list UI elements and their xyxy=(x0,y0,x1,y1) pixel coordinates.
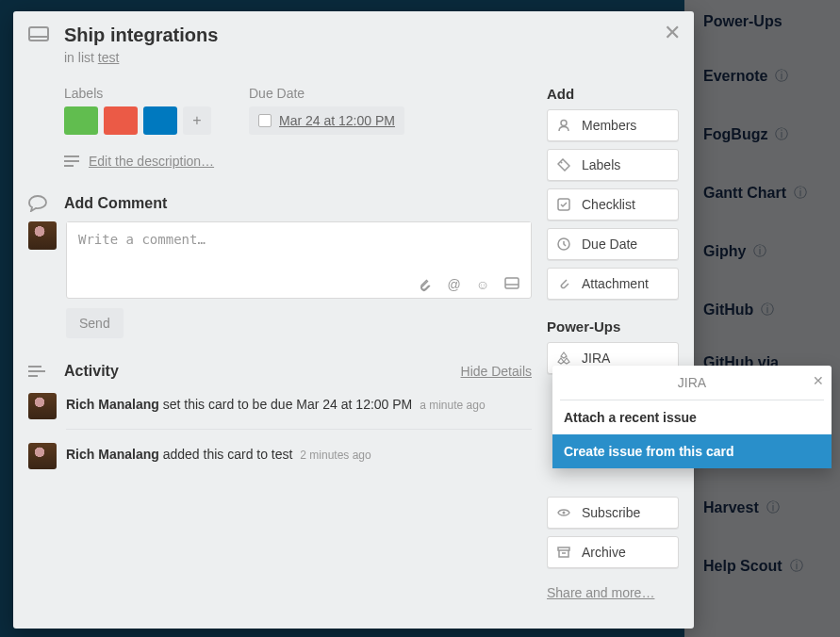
info-icon: ⓘ xyxy=(761,302,774,318)
comment-icon xyxy=(28,195,49,212)
due-date-section: Due Date Mar 24 at 12:00 PM xyxy=(249,86,404,135)
due-heading: Due Date xyxy=(249,86,404,101)
labels-heading: Labels xyxy=(64,86,211,101)
user-avatar[interactable] xyxy=(28,443,57,469)
bg-item[interactable]: GitHubⓘ xyxy=(696,281,829,339)
info-icon: ⓘ xyxy=(753,243,766,260)
svg-rect-5 xyxy=(505,278,519,288)
checklist-icon xyxy=(557,198,572,211)
info-icon: ⓘ xyxy=(766,499,780,516)
due-date-text[interactable]: Mar 24 at 12:00 PM xyxy=(279,113,395,128)
eye-icon xyxy=(557,508,572,517)
members-icon xyxy=(557,119,572,132)
add-comment-heading: Add Comment xyxy=(64,195,167,212)
activity-author[interactable]: Rich Manalang xyxy=(66,397,159,412)
powerups-heading: Power-Ups xyxy=(547,318,679,335)
activity-heading: Activity xyxy=(64,363,119,380)
clock-icon xyxy=(557,237,572,251)
jira-popup-title: JIRA xyxy=(678,375,706,390)
archive-icon xyxy=(557,547,572,558)
svg-point-14 xyxy=(563,512,566,514)
members-button[interactable]: Members xyxy=(547,109,679,141)
activity-icon xyxy=(28,365,49,378)
emoji-icon[interactable]: ☺ xyxy=(476,277,489,292)
description-icon xyxy=(64,155,79,167)
paperclip-icon xyxy=(557,277,572,290)
card-detail-modal: ✕ Ship integrations in list test Labels … xyxy=(13,11,694,629)
close-icon[interactable]: ✕ xyxy=(813,373,824,388)
svg-rect-0 xyxy=(29,27,48,41)
bg-item[interactable]: FogBugzⓘ xyxy=(696,106,829,164)
activity-text: added this card to test xyxy=(159,447,293,462)
info-icon: ⓘ xyxy=(775,126,788,143)
due-checkbox[interactable] xyxy=(258,114,272,127)
comment-input[interactable] xyxy=(67,222,531,271)
svg-point-10 xyxy=(561,121,567,126)
due-date-badge[interactable]: Mar 24 at 12:00 PM xyxy=(249,106,404,135)
due-date-button[interactable]: Due Date xyxy=(547,228,679,260)
card-title[interactable]: Ship integrations xyxy=(64,24,218,46)
attachment-button[interactable]: Attachment xyxy=(547,268,679,300)
mention-icon[interactable]: @ xyxy=(447,277,460,292)
close-icon[interactable]: ✕ xyxy=(664,21,681,45)
archive-button[interactable]: Archive xyxy=(547,536,679,568)
info-icon: ⓘ xyxy=(775,68,788,85)
svg-point-11 xyxy=(561,162,563,164)
add-label-button[interactable]: + xyxy=(183,106,211,135)
bg-item[interactable]: Giphyⓘ xyxy=(696,222,829,281)
comment-box: @ ☺ xyxy=(66,221,532,299)
subscribe-button[interactable]: Subscribe xyxy=(547,497,679,529)
bg-item[interactable]: Harvestⓘ xyxy=(696,479,829,537)
card-icon[interactable] xyxy=(504,277,519,292)
card-icon xyxy=(28,26,49,43)
bg-title: Power-Ups xyxy=(696,13,829,30)
jira-icon xyxy=(557,351,572,365)
labels-button[interactable]: Labels xyxy=(547,149,679,181)
bg-item[interactable]: Evernoteⓘ xyxy=(696,47,829,106)
add-heading: Add xyxy=(547,86,679,102)
label-red[interactable] xyxy=(104,106,138,135)
info-icon: ⓘ xyxy=(790,558,803,575)
send-button[interactable]: Send xyxy=(66,308,124,338)
user-avatar[interactable] xyxy=(28,221,57,250)
activity-item: Rich Manalang set this card to be due Ma… xyxy=(28,393,532,419)
jira-create-option[interactable]: Create issue from this card xyxy=(552,434,832,468)
jira-attach-option[interactable]: Attach a recent issue xyxy=(552,400,832,434)
svg-rect-15 xyxy=(558,547,569,550)
labels-section: Labels + xyxy=(64,86,211,135)
user-avatar[interactable] xyxy=(28,393,57,419)
activity-text: set this card to be due Mar 24 at 12:00 … xyxy=(159,397,412,412)
activity-item: Rich Manalang added this card to test 2 … xyxy=(28,443,532,469)
attachment-icon[interactable] xyxy=(417,277,432,292)
card-list-location: in list test xyxy=(64,50,679,65)
background-powerups-panel: Power-Ups Evernoteⓘ FogBugzⓘ Gantt Chart… xyxy=(684,0,840,637)
edit-description[interactable]: Edit the description… xyxy=(64,154,532,169)
checklist-button[interactable]: Checklist xyxy=(547,188,679,220)
bg-item[interactable]: Gantt Chartⓘ xyxy=(696,164,829,222)
activity-timestamp: 2 minutes ago xyxy=(300,449,371,462)
jira-popup: JIRA ✕ Attach a recent issue Create issu… xyxy=(552,366,832,468)
share-link[interactable]: Share and more… xyxy=(547,585,679,600)
label-green[interactable] xyxy=(64,106,98,135)
tag-icon xyxy=(557,158,572,172)
activity-author[interactable]: Rich Manalang xyxy=(66,447,159,462)
list-link[interactable]: test xyxy=(98,50,120,65)
info-icon: ⓘ xyxy=(794,185,807,202)
hide-details-link[interactable]: Hide Details xyxy=(461,364,532,379)
label-blue[interactable] xyxy=(143,106,177,135)
activity-timestamp: a minute ago xyxy=(420,399,485,412)
bg-item[interactable]: Help Scoutⓘ xyxy=(696,537,829,596)
